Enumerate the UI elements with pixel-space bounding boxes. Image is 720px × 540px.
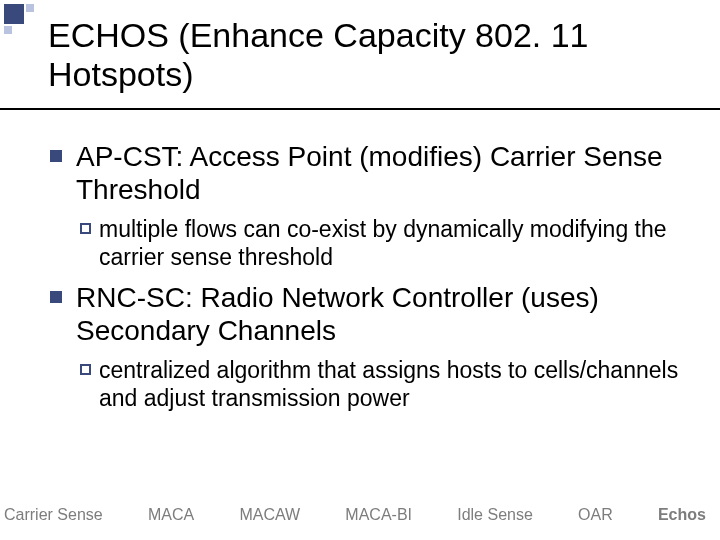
footer-item-active: Echos xyxy=(658,506,706,524)
title-rule xyxy=(0,108,720,110)
footer-item: Idle Sense xyxy=(457,506,533,524)
footer-item: MACAW xyxy=(239,506,300,524)
deco-square-large xyxy=(4,4,24,24)
subbullet-text: multiple flows can co-exist by dynamical… xyxy=(99,216,690,271)
bullet-level2: multiple flows can co-exist by dynamical… xyxy=(80,216,690,271)
deco-square-small xyxy=(4,26,12,34)
bullet-level2: centralized algorithm that assigns hosts… xyxy=(80,357,690,412)
square-bullet-icon xyxy=(50,150,62,162)
open-square-bullet-icon xyxy=(80,223,91,234)
footer-item: OAR xyxy=(578,506,613,524)
slide: ECHOS (Enhance Capacity 802. 11 Hotspots… xyxy=(0,0,720,540)
square-bullet-icon xyxy=(50,291,62,303)
footer-item: MACA xyxy=(148,506,194,524)
bullet-level1: AP-CST: Access Point (modifies) Carrier … xyxy=(50,140,690,206)
corner-decoration xyxy=(0,0,46,46)
subbullet-text: centralized algorithm that assigns hosts… xyxy=(99,357,690,412)
bullet-level1: RNC-SC: Radio Network Controller (uses) … xyxy=(50,281,690,347)
footer-item: Carrier Sense xyxy=(4,506,103,524)
bullet-text: RNC-SC: Radio Network Controller (uses) … xyxy=(76,281,690,347)
bullet-text: AP-CST: Access Point (modifies) Carrier … xyxy=(76,140,690,206)
deco-square-small xyxy=(26,4,34,12)
open-square-bullet-icon xyxy=(80,364,91,375)
footer-nav: Carrier Sense MACA MACAW MACA-BI Idle Se… xyxy=(0,506,720,524)
footer-item: MACA-BI xyxy=(345,506,412,524)
slide-body: AP-CST: Access Point (modifies) Carrier … xyxy=(50,130,690,413)
slide-title: ECHOS (Enhance Capacity 802. 11 Hotspots… xyxy=(48,16,690,94)
